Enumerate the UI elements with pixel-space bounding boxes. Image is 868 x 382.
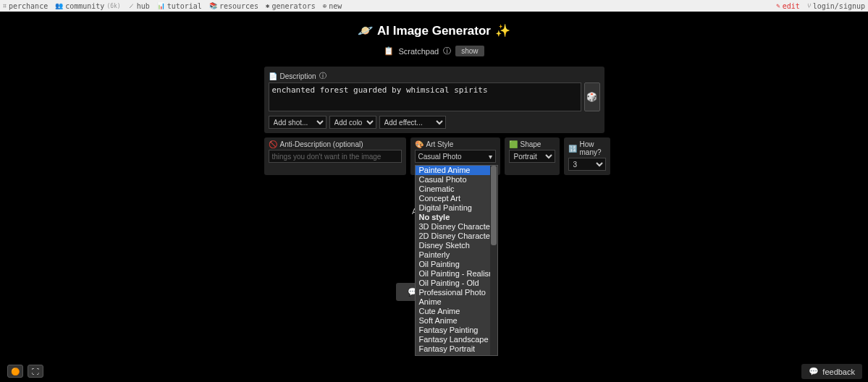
info-icon: ⓘ: [443, 46, 451, 56]
scrollbar-thumb[interactable]: [491, 166, 497, 245]
style-option-oil-painting[interactable]: Oil Painting: [416, 260, 490, 269]
info-icon: ⓘ: [319, 71, 326, 81]
style-option-professional-photo[interactable]: Professional Photo: [416, 288, 490, 297]
add-shot-select[interactable]: Add shot...: [269, 116, 326, 129]
nav-community[interactable]: 👥community(6k): [55, 2, 120, 10]
shape-icon: 🟩: [509, 140, 518, 148]
add-color-select[interactable]: Add color...: [329, 116, 376, 129]
style-option-oil-painting-realism[interactable]: Oil Painting - Realism: [416, 269, 490, 279]
style-option-oil-painting-old[interactable]: Oil Painting - Old: [416, 279, 490, 288]
how-many-panel: 🔢 How many? 3: [564, 137, 610, 175]
style-option-anime[interactable]: Anime: [416, 297, 490, 307]
page-icon: 📄: [269, 72, 277, 80]
scrollbar[interactable]: [490, 166, 497, 355]
nav-hub[interactable]: ⟋hub: [128, 2, 150, 10]
anti-description-input[interactable]: [269, 150, 402, 163]
bottom-left-buttons: 🟠 ⛶: [7, 365, 43, 378]
feedback-label: feedback: [822, 368, 855, 376]
style-option-soft-anime[interactable]: Soft Anime: [416, 316, 490, 326]
style-option-painted-anime[interactable]: Painted Anime: [416, 166, 490, 175]
description-input[interactable]: [269, 82, 581, 111]
art-style-select[interactable]: Casual Photo ▾: [415, 150, 496, 163]
topbar-right: ✎edit⑂login/signup: [776, 2, 865, 10]
style-option-fantasy-portrait[interactable]: Fantasy Portrait: [416, 344, 490, 354]
nav-edit[interactable]: ✎edit: [776, 2, 800, 10]
style-option-studio-ghibli[interactable]: Studio Ghibli: [416, 354, 490, 355]
art-style-label: Art Style: [426, 140, 454, 148]
style-option-cinematic[interactable]: Cinematic: [416, 184, 490, 194]
fullscreen-button[interactable]: ⛶: [28, 365, 43, 378]
style-option-no-style[interactable]: No style: [416, 213, 490, 222]
style-option-cute-anime[interactable]: Cute Anime: [416, 307, 490, 316]
scratchpad-label: Scratchpad: [398, 47, 439, 56]
nav-resources[interactable]: 📚resources: [209, 2, 258, 10]
ban-icon: 🚫: [269, 140, 277, 148]
description-panel: 📄 Description ⓘ 🎲 Add shot... Add color.…: [264, 67, 604, 133]
nav-new[interactable]: ⊕new: [323, 2, 342, 10]
how-many-select[interactable]: 3: [568, 158, 606, 171]
main-area: 🪐 AI Image Generator ✨ 📋 Scratchpad ⓘ sh…: [0, 12, 868, 175]
theme-button[interactable]: 🟠: [7, 365, 23, 378]
page-title: 🪐 AI Image Generator ✨: [0, 23, 868, 38]
controls-row: 🚫 Anti-Description (optional) 🎨 Art Styl…: [264, 137, 604, 175]
nav-perchance[interactable]: ⌗perchance: [3, 2, 48, 10]
title-text: AI Image Generator: [377, 24, 491, 38]
nav-generators[interactable]: ✱generators: [266, 2, 316, 10]
topbar-left: ⌗perchance👥community(6k)⟋hub📊tutorial📚re…: [3, 2, 342, 10]
feedback-button[interactable]: 💬 feedback: [801, 364, 862, 379]
shape-select[interactable]: Portrait: [509, 150, 555, 163]
comet-icon: 🪐: [358, 23, 373, 38]
style-option-fantasy-painting[interactable]: Fantasy Painting: [416, 326, 490, 335]
palette-icon: 🎨: [415, 140, 424, 148]
art-style-panel: 🎨 Art Style Casual Photo ▾ Painted Anime…: [410, 137, 500, 175]
shape-panel: 🟩 Shape Portrait: [505, 137, 560, 175]
style-option-disney-sketch[interactable]: Disney Sketch: [416, 241, 490, 250]
anti-description-panel: 🚫 Anti-Description (optional): [264, 137, 406, 175]
shape-label: Shape: [521, 140, 542, 148]
scratchpad-show-button[interactable]: show: [455, 46, 484, 56]
style-option-painterly[interactable]: Painterly: [416, 250, 490, 260]
speech-icon: 💬: [809, 367, 819, 376]
chevron-down-icon: ▾: [489, 153, 492, 161]
topbar: ⌗perchance👥community(6k)⟋hub📊tutorial📚re…: [0, 0, 868, 12]
style-option-fantasy-landscape[interactable]: Fantasy Landscape: [416, 335, 490, 344]
scratchpad-row: 📋 Scratchpad ⓘ show: [0, 46, 868, 56]
nav-tutorial[interactable]: 📊tutorial: [157, 2, 202, 10]
art-style-value: Casual Photo: [418, 153, 462, 161]
style-option-3d-disney-character[interactable]: 3D Disney Character: [416, 222, 490, 232]
dice-button[interactable]: 🎲: [584, 82, 600, 111]
anti-label: Anti-Description (optional): [280, 140, 363, 148]
how-many-label: How many?: [580, 140, 606, 156]
nav-login-signup[interactable]: ⑂login/signup: [807, 2, 865, 10]
add-effect-select[interactable]: Add effect...: [379, 116, 446, 129]
style-option-2d-disney-character[interactable]: 2D Disney Character: [416, 232, 490, 241]
art-style-dropdown: Painted AnimeCasual PhotoCinematicConcep…: [415, 165, 498, 356]
description-label: Description: [280, 72, 316, 80]
scratchpad-icon: 📋: [384, 46, 394, 56]
number-icon: 🔢: [568, 145, 577, 153]
style-option-digital-painting[interactable]: Digital Painting: [416, 203, 490, 213]
style-option-casual-photo[interactable]: Casual Photo: [416, 175, 490, 184]
style-option-concept-art[interactable]: Concept Art: [416, 194, 490, 203]
sparkle-icon: ✨: [495, 23, 510, 38]
description-label-row: 📄 Description ⓘ: [269, 71, 600, 81]
